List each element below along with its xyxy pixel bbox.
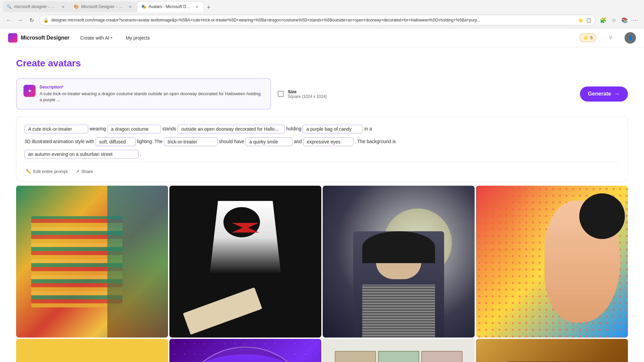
coins-badge[interactable]: ⭐ 5 (579, 34, 596, 42)
size-checkbox[interactable] (278, 91, 284, 97)
address-bar[interactable]: 🔒 designer.microsoft.com/image-creator?s… (39, 15, 596, 25)
description-text: A cute trick-or-treater wearing a dragon… (40, 91, 264, 103)
size-info: Size Square (1024 x 1024) (288, 89, 327, 99)
nav-my-projects[interactable]: My projects (123, 34, 153, 42)
prompt-costume-input[interactable] (107, 125, 161, 133)
prompt-eyes-input[interactable] (303, 137, 354, 146)
prompt-subject-input[interactable] (24, 125, 88, 133)
size-area: Size Square (1024 x 1024) (278, 89, 327, 99)
collections-button[interactable]: 📚 (620, 15, 629, 25)
tab-1[interactable]: 🔍 microsoft designer - Google S... ✕ (3, 1, 70, 12)
prompt-smile-input[interactable] (246, 137, 292, 146)
generate-button[interactable]: Generate → (580, 86, 628, 102)
top-row: ✦ Description* A cute trick-or-treater w… (16, 78, 628, 110)
tab-3-close[interactable]: ✕ (194, 4, 200, 9)
edit-prompt-label: Edit entire prompt (33, 169, 68, 174)
prompt-holding-input[interactable] (303, 125, 363, 133)
prompt-end-period: . (140, 149, 141, 160)
favorites-button[interactable]: ☆ (609, 15, 619, 25)
prompt-connector-1: wearing (90, 123, 106, 135)
main-content: Create avatars ✦ Description* A cute tri… (0, 47, 644, 362)
tab-3[interactable]: 🎭 Avatars - Microsoft Designer ✕ (137, 1, 204, 12)
avatar-icon: 👤 (628, 35, 633, 41)
edit-entire-prompt-button[interactable]: ✏️ Edit entire prompt (24, 167, 69, 176)
prompt-background-input[interactable] (24, 150, 139, 159)
image-tile-4[interactable] (476, 186, 628, 338)
tab-2-label: Microsoft Designer - Stunning... (81, 4, 125, 9)
page-title-highlight: avatars (48, 58, 81, 68)
edit-icon: ✏️ (26, 169, 31, 174)
share-label: Share (82, 169, 93, 174)
coins-count: 5 (590, 35, 593, 40)
image-tile-5[interactable] (16, 339, 168, 362)
image-tile-8[interactable] (476, 339, 628, 362)
tab-3-favicon: 🎭 (141, 4, 146, 9)
page-title-prefix: Create (16, 58, 48, 68)
browser-menu-button[interactable]: ⋯ (631, 15, 640, 25)
browser-controls: ← → ↻ (4, 15, 36, 25)
reload-button[interactable]: ↻ (27, 15, 36, 25)
tab-2-favicon: 🎨 (74, 4, 78, 9)
tab-1-close[interactable]: ✕ (60, 4, 66, 9)
prompt-line-1: wearing stands holding in a (24, 123, 620, 135)
size-value: Square (1024 x 1024) (288, 94, 327, 99)
share-prompt-button[interactable]: ↗ Share (74, 167, 95, 176)
browser-toolbar: ← → ↻ 🔒 designer.microsoft.com/image-cre… (0, 12, 644, 28)
tab-2[interactable]: 🎨 Microsoft Designer - Stunning... ✕ (70, 1, 137, 12)
prompt-editor: wearing stands holding in a 3D illustrat… (16, 116, 628, 182)
size-label: Size (288, 89, 327, 94)
logo-icon (8, 33, 17, 43)
nav-create-label: Create with AI (80, 35, 109, 41)
user-avatar[interactable]: 👤 (625, 32, 636, 44)
logo-area: Microsoft Designer (8, 33, 69, 43)
nav-create-caret: ▾ (111, 36, 112, 40)
image-tile-7[interactable] (323, 339, 475, 362)
back-button[interactable]: ← (4, 15, 13, 25)
logo-text: Microsoft Designer (21, 35, 69, 41)
prompt-connector-7: and (294, 136, 302, 147)
image-grid (16, 186, 628, 362)
nav-projects-label: My projects (126, 35, 150, 41)
generate-arrow-icon: → (614, 90, 620, 98)
tab-1-label: microsoft designer - Google S... (14, 4, 58, 9)
address-text: designer.microsoft.com/image-creator?sce… (51, 18, 575, 22)
forward-button[interactable]: → (15, 15, 25, 25)
browser-actions: 🧩 ☆ 📚 ⋯ (598, 15, 640, 25)
share-icon: ↗ (76, 169, 79, 174)
share-header-button[interactable]: ⑂ (604, 32, 616, 44)
prompt-connector-8: . The background is (355, 136, 396, 147)
tab-2-close[interactable]: ✕ (127, 4, 133, 9)
prompt-line-3: . (24, 149, 620, 160)
tab-3-label: Avatars - Microsoft Designer (149, 4, 192, 9)
prompt-actions: ✏️ Edit entire prompt ↗ Share (24, 166, 620, 176)
image-tile-2[interactable] (169, 186, 321, 338)
browser-chrome: 🔍 microsoft designer - Google S... ✕ 🎨 M… (0, 0, 644, 28)
page-title: Create avatars (16, 58, 628, 69)
image-tile-6[interactable] (169, 339, 321, 362)
description-icon: ✦ (23, 85, 36, 97)
tabs-bar: 🔍 microsoft designer - Google S... ✕ 🎨 M… (0, 0, 644, 12)
prompt-lighting-input[interactable] (96, 137, 136, 146)
extensions-button[interactable]: 🧩 (598, 15, 608, 25)
prompt-subject2-input[interactable] (164, 137, 218, 146)
app-header: Microsoft Designer Create with AI ▾ My p… (0, 28, 644, 47)
prompt-style-prefix: 3D illustrated animation style with (24, 136, 94, 147)
tab-1-favicon: 🔍 (7, 4, 11, 9)
description-card: ✦ Description* A cute trick-or-treater w… (16, 78, 271, 110)
prompt-connector-5: lighting. The (137, 136, 163, 147)
new-tab-button[interactable]: + (204, 3, 213, 12)
prompt-connector-6: should have (219, 136, 245, 147)
prompt-connector-3: holding (286, 123, 301, 135)
description-label: Description* (40, 85, 264, 89)
prompt-line-2: 3D illustrated animation style with ligh… (24, 136, 620, 147)
image-tile-1[interactable] (16, 186, 168, 338)
nav-create-with-ai[interactable]: Create with AI ▾ (77, 34, 115, 42)
prompt-connector-2: stands (162, 123, 176, 135)
prompt-connector-4: in a (364, 123, 372, 135)
description-content: Description* A cute trick-or-treater wea… (40, 85, 264, 103)
image-tile-3[interactable] (323, 186, 475, 338)
coin-icon: ⭐ (583, 35, 588, 40)
generate-label: Generate (588, 91, 611, 97)
prompt-location-input[interactable] (177, 125, 285, 133)
section-divider (24, 161, 620, 162)
